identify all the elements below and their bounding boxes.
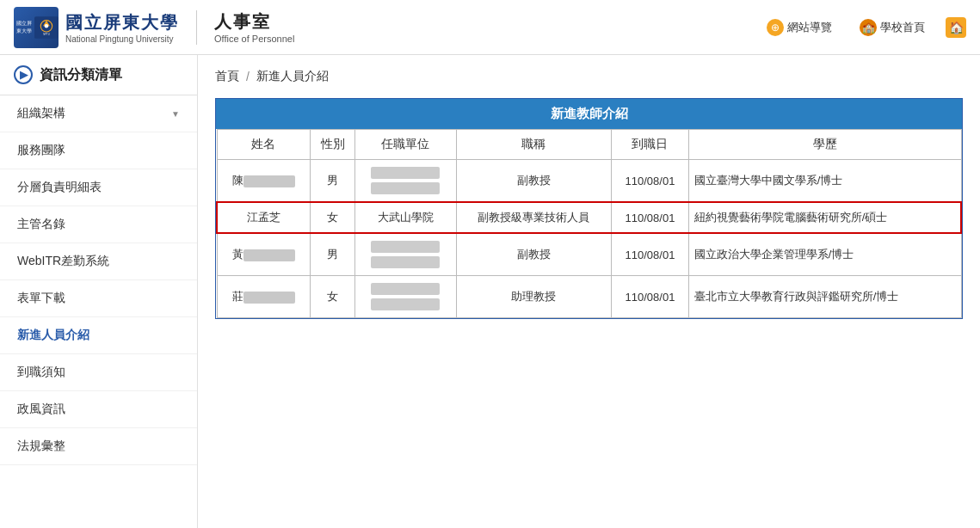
sidebar-header-icon: ▶ (14, 65, 33, 84)
site-map-button[interactable]: ⊕ 網站導覽 (760, 15, 839, 40)
cell-unit (354, 160, 456, 203)
table-header-row: 姓名 性別 任職單位 職稱 到職日 學歷 (217, 130, 961, 160)
school-home-label: 學校首頁 (880, 20, 925, 35)
header-right: ⊕ 網站導覽 🏫 學校首頁 🏠 (760, 15, 966, 40)
sidebar: ▶ 資訊分類清單 組織架構 ▼ 服務團隊 分層負責明細表 主管名錄 WebITR… (0, 55, 198, 528)
sidebar-item-forms[interactable]: 表單下載 (0, 280, 197, 317)
table-row: 江孟芝 女 大武山學院 副教授級專業技術人員 110/08/01 紐約視覺藝術學… (217, 202, 961, 233)
cell-unit (354, 233, 456, 276)
blurred-unit (371, 167, 440, 179)
breadcrumb-current: 新進人員介紹 (256, 69, 329, 84)
cell-title: 助理教授 (456, 276, 612, 318)
cell-title: 副教授級專業技術人員 (456, 202, 612, 233)
cell-gender: 男 (311, 233, 355, 276)
header-left: NPTU 國立屏東大學 National Pingtung University… (14, 7, 294, 48)
cell-unit (354, 276, 456, 318)
blurred-name: ██ (243, 249, 295, 261)
sidebar-item-webitr[interactable]: WebITR差勤系統 (0, 243, 197, 280)
cell-gender: 女 (311, 276, 355, 318)
cell-name: 江孟芝 (217, 202, 311, 233)
header: NPTU 國立屏東大學 National Pingtung University… (0, 0, 980, 55)
sidebar-item-new-staff[interactable]: 新進人員介紹 (0, 317, 197, 354)
sidebar-item-ethics[interactable]: 政風資訊 (0, 391, 197, 428)
sidebar-law-label: 法規彙整 (17, 439, 65, 454)
cell-name: 莊██ (217, 276, 311, 318)
sidebar-item-manager-list[interactable]: 主管名錄 (0, 206, 197, 243)
cell-gender: 男 (311, 160, 355, 203)
university-name-en: National Pingtung University (65, 34, 179, 44)
col-date: 到職日 (612, 130, 689, 160)
cell-date: 110/08/01 (612, 276, 689, 318)
sidebar-item-service-team[interactable]: 服務團隊 (0, 132, 197, 169)
sidebar-org-label: 組織架構 (17, 106, 65, 121)
sidebar-service-label: 服務團隊 (17, 143, 65, 158)
table-row: 陳██ 男 副教授 110/08/01 國立臺灣大學中國文學系/博士 (217, 160, 961, 203)
col-name: 姓名 (217, 130, 311, 160)
school-home-button[interactable]: 🏫 學校首頁 (853, 15, 932, 40)
sidebar-manager-label: 主管名錄 (17, 217, 65, 232)
layout: ▶ 資訊分類清單 組織架構 ▼ 服務團隊 分層負責明細表 主管名錄 WebITR… (0, 55, 980, 528)
school-icon: 🏫 (860, 19, 877, 36)
sidebar-responsibility-label: 分層負責明細表 (17, 180, 102, 195)
home-button[interactable]: 🏠 (946, 17, 966, 38)
svg-text:NPTU: NPTU (43, 33, 50, 36)
sidebar-header: ▶ 資訊分類清單 (0, 55, 197, 95)
cell-gender: 女 (311, 202, 355, 233)
breadcrumb: 首頁 / 新進人員介紹 (215, 69, 963, 84)
cell-date: 110/08/01 (612, 233, 689, 276)
sidebar-item-onboard-notice[interactable]: 到職須知 (0, 354, 197, 391)
university-name-zh: 國立屏東大學 (65, 11, 179, 34)
header-divider (196, 10, 197, 45)
chevron-down-icon: ▼ (171, 109, 180, 119)
sidebar-item-responsibility[interactable]: 分層負責明細表 (0, 169, 197, 206)
office-name-zh: 人事室 (214, 10, 294, 34)
cell-name: 黃██ (217, 233, 311, 276)
table-row: 黃██ 男 副教授 110/08/01 國立政治大學企業管理學系/博士 (217, 233, 961, 276)
cell-date: 110/08/01 (612, 202, 689, 233)
sidebar-new-staff-label: 新進人員介紹 (17, 328, 89, 343)
blurred-name: ██ (243, 175, 295, 187)
breadcrumb-separator: / (246, 70, 250, 83)
table-title: 新進教師介紹 (216, 99, 962, 129)
office-title: 人事室 Office of Personnel (214, 10, 294, 44)
col-education: 學歷 (688, 130, 961, 160)
cell-date: 110/08/01 (612, 160, 689, 203)
col-title: 職稱 (456, 130, 612, 160)
office-name-en: Office of Personnel (214, 34, 294, 44)
staff-table-container: 新進教師介紹 姓名 性別 任職單位 職稱 到職日 學歷 陳██ (215, 98, 963, 319)
cell-title: 副教授 (456, 160, 612, 203)
sidebar-onboard-label: 到職須知 (17, 365, 65, 380)
sidebar-item-org-structure[interactable]: 組織架構 ▼ (0, 95, 197, 132)
col-gender: 性別 (311, 130, 355, 160)
cell-education: 臺北市立大學教育行政與評鑑研究所/博士 (688, 276, 961, 318)
sidebar-webitr-label: WebITR差勤系統 (17, 254, 109, 269)
col-unit: 任職單位 (354, 130, 456, 160)
site-map-label: 網站導覽 (787, 20, 832, 35)
cell-education: 國立臺灣大學中國文學系/博士 (688, 160, 961, 203)
table-row: 莊██ 女 助理教授 110/08/01 臺北市立大學教育行政與評鑑研究所/博士 (217, 276, 961, 318)
logo-box: NPTU 國立屏東大學 National Pingtung University (14, 7, 179, 48)
blurred-unit2 (371, 182, 440, 194)
cell-education: 國立政治大學企業管理學系/博士 (688, 233, 961, 276)
cell-education: 紐約視覺藝術學院電腦藝術研究所/碩士 (688, 202, 961, 233)
university-logo: NPTU (14, 7, 59, 48)
sidebar-item-law[interactable]: 法規彙整 (0, 428, 197, 465)
sidebar-forms-label: 表單下載 (17, 291, 65, 306)
sidebar-header-text: 資訊分類清單 (40, 66, 122, 84)
main-content: 首頁 / 新進人員介紹 新進教師介紹 姓名 性別 任職單位 職稱 到職日 學歷 (198, 55, 980, 528)
cell-title: 副教授 (456, 233, 612, 276)
cell-unit: 大武山學院 (354, 202, 456, 233)
blurred-name: ██ (243, 292, 295, 304)
globe-icon: ⊕ (767, 19, 784, 36)
staff-table: 姓名 性別 任職單位 職稱 到職日 學歷 陳██ 男 (216, 129, 962, 318)
svg-point-3 (45, 24, 48, 28)
logo-text: 國立屏東大學 National Pingtung University (65, 11, 179, 44)
sidebar-ethics-label: 政風資訊 (17, 402, 65, 417)
cell-name: 陳██ (217, 160, 311, 203)
breadcrumb-home[interactable]: 首頁 (215, 69, 239, 84)
